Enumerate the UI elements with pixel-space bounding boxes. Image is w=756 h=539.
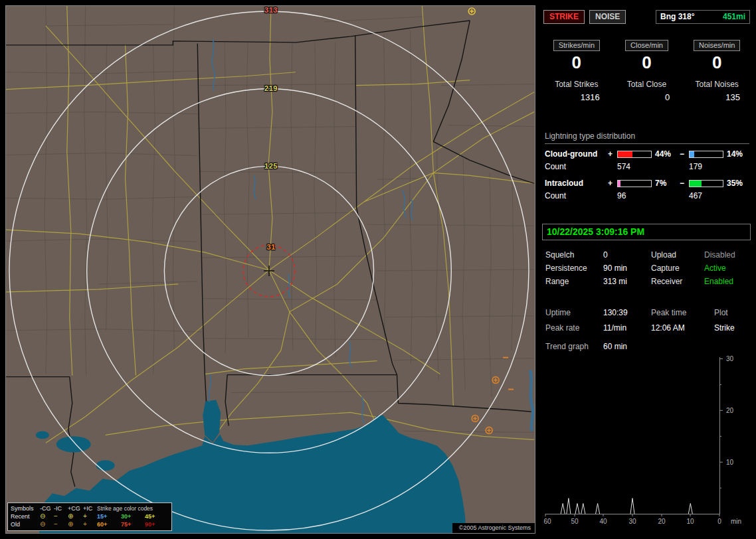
legend-age-title: Strike age color codes xyxy=(97,504,169,512)
ic-positive-bar-fill xyxy=(618,181,620,187)
svg-text:30: 30 xyxy=(726,355,734,362)
svg-text:60: 60 xyxy=(543,518,551,525)
bearing-value: Bng 318° xyxy=(660,12,694,21)
svg-text:10: 10 xyxy=(686,518,694,525)
persistence-value: 90 min xyxy=(603,262,651,275)
distribution-title: Lightning type distribution xyxy=(545,131,749,144)
intracloud-row: Intracloud + 7% − 35% xyxy=(545,179,749,188)
total-noises-value: 135 xyxy=(682,92,752,102)
ring-label-313: 313 xyxy=(264,6,278,14)
cloud-ground-label: Cloud-ground xyxy=(545,149,608,159)
upload-status: Disabled xyxy=(704,248,751,262)
total-close-value: 0 xyxy=(612,92,682,102)
svg-text:20: 20 xyxy=(658,518,666,525)
trend-chart: 60 50 40 30 20 10 0 min 10 20 30 xyxy=(543,353,752,534)
ic-negative-bar-fill xyxy=(690,181,702,187)
range-value: 313 mi xyxy=(603,275,651,288)
neg-ic-old-icon: − xyxy=(54,520,68,528)
distribution-section: Lightning type distribution Cloud-ground… xyxy=(545,131,749,208)
ring-label-125: 125 xyxy=(264,162,278,170)
svg-text:min: min xyxy=(731,518,741,525)
plot-label: Plot xyxy=(714,305,751,321)
persistence-label: Persistence xyxy=(545,262,603,275)
stats-panel: Uptime 130:39 Peak time Plot Peak rate 1… xyxy=(545,305,751,336)
uptime-value: 130:39 xyxy=(603,305,651,321)
cloud-ground-count-row: Count 574 179 xyxy=(545,162,749,171)
count-label: Count xyxy=(545,191,608,200)
peak-rate-label: Peak rate xyxy=(545,321,603,336)
noises-per-min-value: 0 xyxy=(682,52,752,73)
svg-text:30: 30 xyxy=(628,518,636,525)
plus-sign: + xyxy=(608,149,617,159)
plot-value: Strike xyxy=(714,321,751,336)
squelch-value: 0 xyxy=(603,248,651,262)
close-per-min-button[interactable]: Close/min xyxy=(625,40,668,51)
minus-sign: − xyxy=(680,179,689,188)
trend-graph-value: 60 min xyxy=(603,342,751,351)
lightning-map[interactable]: 313 219 125 31 Symbols -CG -IC +CG +IC S… xyxy=(5,5,535,534)
neg-ic-recent-icon: − xyxy=(54,512,68,520)
distance-value: 451mi xyxy=(723,12,745,21)
receiver-status: Enabled xyxy=(704,275,751,288)
legend-symbols-title: Symbols xyxy=(11,504,40,512)
cg-positive-bar-fill xyxy=(618,151,632,157)
ic-negative-bar xyxy=(689,180,723,187)
status-panel: Squelch 0 Upload Disabled Persistence 90… xyxy=(545,248,751,288)
peak-rate-value: 11/min xyxy=(603,321,651,336)
cg-positive-count: 574 xyxy=(617,162,652,171)
ring-label-31: 31 xyxy=(266,243,275,251)
age-code-45: 45+ xyxy=(145,512,169,520)
receiver-label: Receiver xyxy=(651,275,704,288)
svg-text:40: 40 xyxy=(599,518,607,525)
total-close-label: Total Close xyxy=(612,80,682,89)
age-code-30: 30+ xyxy=(121,512,145,520)
upload-label: Upload xyxy=(651,248,704,262)
trend-chart-canvas: 60 50 40 30 20 10 0 min 10 20 30 xyxy=(543,353,752,531)
range-label: Range xyxy=(545,275,603,288)
pos-ic-recent-icon: + xyxy=(83,512,97,520)
cg-negative-bar-fill xyxy=(690,151,694,157)
ic-positive-pct: 7% xyxy=(652,179,680,188)
legend-old-label: Old xyxy=(11,520,40,528)
legend-col-pos-cg: +CG xyxy=(68,504,83,512)
map-legend: Symbols -CG -IC +CG +IC Strike age color… xyxy=(7,502,172,531)
cg-negative-count: 179 xyxy=(689,162,723,171)
pos-ic-old-icon: + xyxy=(83,520,97,528)
peak-time-label: Peak time xyxy=(651,305,714,321)
cloud-ground-row: Cloud-ground + 44% − 14% xyxy=(545,149,749,159)
trend-graph-label: Trend graph xyxy=(545,342,603,351)
capture-status: Active xyxy=(704,262,751,275)
strike-button[interactable]: STRIKE xyxy=(543,10,585,24)
legend-col-neg-ic: -IC xyxy=(54,504,68,512)
ic-negative-pct: 35% xyxy=(723,179,749,188)
bearing-readout: Bng 318° 451mi xyxy=(656,10,750,24)
squelch-label: Squelch xyxy=(545,248,603,262)
cg-positive-bar xyxy=(617,151,652,158)
noises-per-min-button[interactable]: Noises/min xyxy=(694,40,740,51)
rates-section: Strikes/min 0 Close/min 0 Noises/min 0 T… xyxy=(541,38,752,102)
svg-text:0: 0 xyxy=(717,518,721,525)
cg-negative-pct: 14% xyxy=(723,149,749,159)
age-code-60: 60+ xyxy=(97,520,121,528)
svg-text:10: 10 xyxy=(726,459,734,466)
legend-col-neg-cg: -CG xyxy=(40,504,54,512)
close-per-min-value: 0 xyxy=(612,52,682,73)
chart-ticks xyxy=(545,359,723,517)
noise-button[interactable]: NOISE xyxy=(589,10,626,24)
ic-positive-bar xyxy=(617,180,652,187)
neg-cg-recent-icon: ⊖ xyxy=(40,512,54,520)
strikes-per-min-value: 0 xyxy=(541,52,612,73)
legend-recent-label: Recent xyxy=(11,512,40,520)
datetime-display: 10/22/2025 3:09:16 PM xyxy=(542,224,751,240)
neg-cg-old-icon: ⊖ xyxy=(40,520,54,528)
ic-positive-count: 96 xyxy=(617,191,652,200)
age-code-90: 90+ xyxy=(145,520,169,528)
intracloud-label: Intracloud xyxy=(545,179,608,188)
ic-negative-count: 467 xyxy=(689,191,723,200)
copyright-text: ©2005 Astrogenic Systems xyxy=(452,523,535,533)
cg-positive-pct: 44% xyxy=(652,149,680,159)
minus-sign: − xyxy=(680,149,689,159)
age-code-75: 75+ xyxy=(121,520,145,528)
trend-settings-row: Trend graph 60 min xyxy=(545,342,751,351)
strikes-per-min-button[interactable]: Strikes/min xyxy=(553,40,600,51)
